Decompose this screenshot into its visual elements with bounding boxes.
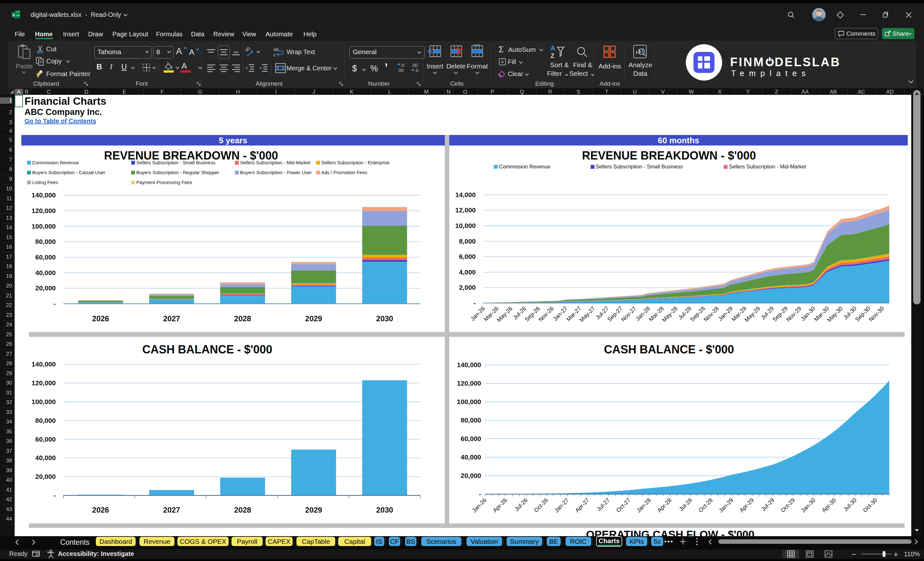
- svg-text:Apr-29: Apr-29: [738, 497, 755, 513]
- svg-text:May-29: May-29: [744, 305, 762, 324]
- svg-text:-: -: [479, 490, 481, 498]
- svg-text:2029: 2029: [305, 314, 322, 323]
- svg-text:Sellers Subscription - Enterpr: Sellers Subscription - Enterprise: [321, 160, 389, 165]
- svg-text:2027: 2027: [163, 506, 180, 514]
- svg-text:ab: ab: [246, 46, 251, 53]
- svg-text:c: c: [273, 52, 276, 57]
- svg-text:Jan-28: Jan-28: [634, 305, 651, 322]
- svg-text:-: -: [474, 299, 476, 307]
- svg-text:.0: .0: [414, 68, 418, 73]
- svg-text:2029: 2029: [305, 506, 322, 514]
- svg-text:.00: .00: [411, 63, 418, 68]
- svg-text:Oct-27: Oct-27: [615, 497, 632, 513]
- svg-text:120,000: 120,000: [457, 380, 481, 387]
- svg-text:60,000: 60,000: [461, 435, 481, 442]
- svg-text:Jan-29: Jan-29: [718, 497, 735, 514]
- svg-text:Z: Z: [550, 52, 554, 59]
- svg-text:Sellers Subscription - Small B: Sellers Subscription - Small Business: [136, 160, 215, 165]
- svg-text:12,000: 12,000: [455, 206, 476, 214]
- svg-text:60,000: 60,000: [35, 435, 56, 443]
- svg-text:40,000: 40,000: [461, 453, 481, 461]
- svg-text:4,000: 4,000: [459, 268, 476, 276]
- svg-text:Apr-28: Apr-28: [656, 497, 673, 513]
- svg-text:Oct-30: Oct-30: [862, 497, 878, 513]
- svg-text:80,000: 80,000: [35, 417, 56, 424]
- svg-text:Oct-28: Oct-28: [697, 497, 714, 513]
- svg-text:.0: .0: [400, 63, 404, 68]
- svg-text:Sep-26: Sep-26: [524, 305, 541, 323]
- svg-text:120,000: 120,000: [32, 207, 56, 214]
- svg-text:6,000: 6,000: [459, 253, 476, 260]
- svg-text:80,000: 80,000: [461, 417, 481, 424]
- svg-text:10,000: 10,000: [455, 222, 476, 229]
- svg-text:May-30: May-30: [826, 305, 844, 324]
- svg-text:20,000: 20,000: [35, 473, 56, 480]
- svg-text:80,000: 80,000: [35, 238, 56, 245]
- svg-text:REVENUE BREAKDOWN - $'000: REVENUE BREAKDOWN - $'000: [582, 149, 756, 162]
- svg-text:Jan-26: Jan-26: [470, 305, 486, 322]
- svg-text:x: x: [13, 12, 15, 17]
- svg-text:Apr-26: Apr-26: [492, 497, 508, 513]
- svg-text:.00: .00: [398, 68, 404, 73]
- svg-text:20,000: 20,000: [461, 472, 481, 479]
- svg-text:Buyers Subscription - Casual U: Buyers Subscription - Casual User: [32, 170, 105, 175]
- svg-text:Jul-27: Jul-27: [596, 497, 611, 513]
- svg-text:Sep-29: Sep-29: [771, 305, 789, 323]
- svg-text:20,000: 20,000: [35, 284, 56, 292]
- svg-text:Jan-27: Jan-27: [553, 497, 570, 514]
- svg-text:Jul-29: Jul-29: [760, 497, 776, 513]
- svg-text:2030: 2030: [376, 506, 393, 514]
- svg-text:140,000: 140,000: [32, 360, 56, 368]
- svg-text:Jul-30: Jul-30: [842, 497, 858, 513]
- svg-text:14,000: 14,000: [455, 191, 476, 198]
- svg-text:2,000: 2,000: [459, 284, 476, 291]
- svg-text:2028: 2028: [234, 506, 251, 514]
- svg-text:Apr-27: Apr-27: [574, 497, 590, 513]
- svg-text:May-27: May-27: [578, 305, 596, 324]
- svg-text:100,000: 100,000: [32, 222, 56, 230]
- svg-text:Payment Processing Fees: Payment Processing Fees: [136, 180, 192, 185]
- svg-text:Jan-30: Jan-30: [800, 305, 816, 322]
- svg-text:8,000: 8,000: [459, 237, 476, 245]
- svg-text:Sellers Subscription - Small B: Sellers Subscription - Small Business: [596, 164, 682, 170]
- svg-text:Listing Fees: Listing Fees: [32, 180, 58, 185]
- svg-text:Sep-30: Sep-30: [854, 305, 872, 323]
- svg-text:Sellers Subscription - Mid-Mar: Sellers Subscription - Mid-Market: [240, 160, 311, 165]
- svg-text:CASH BALANCE - $'000: CASH BALANCE - $'000: [604, 343, 734, 356]
- svg-text:Nov-27: Nov-27: [620, 305, 638, 323]
- svg-text:Jan-28: Jan-28: [635, 497, 652, 514]
- svg-text:Buyers Subscription - Power Us: Buyers Subscription - Power User: [240, 170, 312, 175]
- svg-text:Nov-30: Nov-30: [868, 305, 885, 323]
- svg-text:Nov-26: Nov-26: [537, 305, 555, 323]
- svg-text:Buyers Subscription - Regular: Buyers Subscription - Regular Shopper: [136, 170, 219, 175]
- svg-text:2028: 2028: [234, 314, 251, 323]
- svg-text:Jan-26: Jan-26: [471, 497, 488, 514]
- svg-text:60,000: 60,000: [35, 254, 56, 261]
- svg-text:CASH BALANCE - $'000: CASH BALANCE - $'000: [142, 343, 273, 356]
- svg-text:-: -: [54, 300, 56, 307]
- svg-text:Jul-26: Jul-26: [513, 497, 529, 513]
- svg-text:A: A: [550, 45, 555, 52]
- svg-text:Oct-29: Oct-29: [780, 497, 796, 513]
- svg-text:Sellers Subscription - Mid-Mar: Sellers Subscription - Mid-Market: [729, 164, 806, 170]
- svg-text:Sep-28: Sep-28: [689, 305, 706, 323]
- svg-text:Oct-26: Oct-26: [532, 497, 549, 513]
- svg-text:Apr-30: Apr-30: [820, 497, 837, 513]
- svg-text:-: -: [54, 492, 56, 499]
- svg-text:Commission Revenue: Commission Revenue: [32, 160, 79, 165]
- svg-text:Nov-29: Nov-29: [785, 305, 803, 323]
- svg-text:2026: 2026: [92, 506, 109, 514]
- svg-text:40,000: 40,000: [35, 269, 56, 276]
- svg-text:Jan-29: Jan-29: [717, 305, 734, 322]
- svg-text:Commission Revenue: Commission Revenue: [499, 164, 550, 170]
- svg-text:Sep-27: Sep-27: [606, 305, 624, 323]
- svg-text:140,000: 140,000: [457, 361, 481, 368]
- svg-text:Jul-28: Jul-28: [678, 497, 693, 513]
- svg-text:2030: 2030: [376, 314, 393, 323]
- svg-text:100,000: 100,000: [457, 398, 481, 405]
- svg-text:Jan-30: Jan-30: [800, 497, 817, 514]
- svg-text:ab: ab: [273, 46, 279, 52]
- svg-text:May-28: May-28: [661, 305, 679, 324]
- svg-text:2026: 2026: [92, 314, 109, 323]
- svg-text:May-26: May-26: [496, 305, 514, 324]
